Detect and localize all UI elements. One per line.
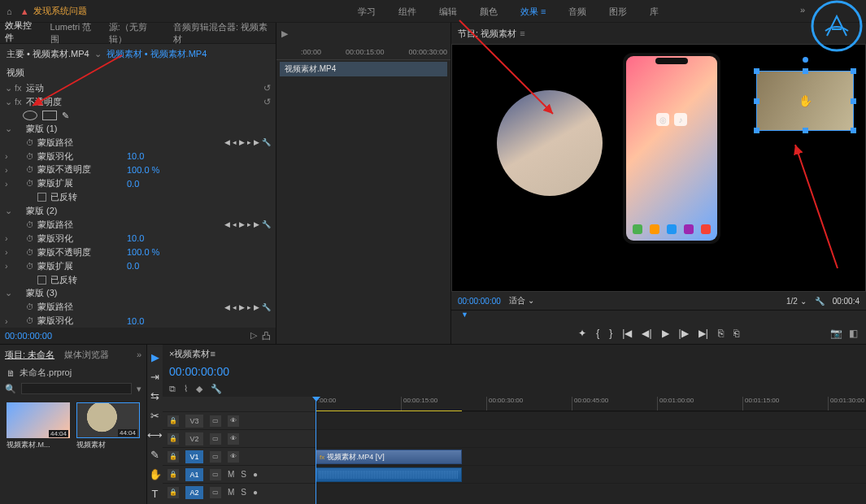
timeline-name[interactable]: 视频素材: [174, 348, 210, 360]
ws-assembly[interactable]: 组件: [398, 6, 416, 18]
kf[interactable]: ▸: [247, 220, 251, 228]
stopwatch-icon[interactable]: ⏱: [26, 302, 37, 311]
tab-media-browser[interactable]: 媒体浏览器: [64, 349, 109, 361]
twirl-motion[interactable]: ⌄: [5, 83, 15, 93]
ws-graphics[interactable]: 图形: [609, 6, 627, 18]
stopwatch-icon[interactable]: ⏱: [26, 262, 37, 271]
mid-play-icon[interactable]: ▶: [281, 28, 288, 39]
a1-clip[interactable]: [316, 467, 462, 482]
mask-rect-button[interactable]: [42, 111, 57, 120]
opacity-reset-icon[interactable]: ↺: [263, 97, 271, 107]
timeline-tc[interactable]: 00:00:00:00: [169, 365, 229, 378]
kf-next[interactable]: ▸: [247, 138, 251, 146]
mark-out-icon[interactable]: }: [609, 328, 612, 339]
mask3-feather-value[interactable]: 10.0: [127, 316, 144, 326]
kf[interactable]: ◀: [224, 220, 230, 228]
selection-tool[interactable]: ▶: [151, 351, 159, 363]
v1-eye[interactable]: 👁: [228, 451, 239, 463]
twirl[interactable]: ›: [5, 179, 15, 189]
v2-lane[interactable]: [316, 429, 866, 447]
twirl[interactable]: ›: [5, 165, 15, 175]
a1-lock[interactable]: 🔒: [168, 469, 179, 480]
step-back-icon[interactable]: ◀|: [642, 328, 651, 339]
twirl[interactable]: ›: [5, 233, 15, 243]
kf-prev2[interactable]: ◂: [233, 138, 237, 146]
extract-icon[interactable]: ⎗: [733, 328, 739, 339]
filter-dropdown-icon[interactable]: ▾: [137, 384, 141, 394]
kf-prev[interactable]: ◀: [224, 138, 230, 146]
stopwatch-icon[interactable]: ⏱: [26, 220, 37, 229]
mask-ellipse-button[interactable]: [23, 111, 37, 120]
v1-clip[interactable]: fx视频素材.MP4 [V]: [316, 450, 462, 464]
mask3-name[interactable]: 蒙版 (3): [26, 287, 115, 299]
kf[interactable]: ▶: [239, 220, 245, 228]
bin-item-1[interactable]: 44:04 视频素材.M...: [7, 402, 70, 450]
stopwatch-icon[interactable]: ⏱: [26, 165, 37, 174]
tab-source[interactable]: 源:（无剪辑）: [109, 21, 162, 46]
program-playhead[interactable]: ▼: [461, 311, 468, 319]
tab-audio-mixer[interactable]: 音频剪辑混合器: 视频素材: [173, 21, 271, 46]
stopwatch-icon[interactable]: ⏱: [26, 152, 37, 161]
settings-icon[interactable]: 🔧: [815, 297, 825, 306]
tab-project[interactable]: 项目: 未命名: [5, 349, 54, 361]
go-in-icon[interactable]: |◀: [622, 328, 632, 339]
link-icon[interactable]: ⌇: [184, 384, 188, 394]
twirl-opacity[interactable]: ⌄: [5, 97, 15, 107]
bin-item-2[interactable]: 44:04 视频素材: [76, 402, 140, 450]
timeline-playhead[interactable]: [316, 397, 316, 504]
system-warning[interactable]: ▲ 发现系统问题: [20, 5, 87, 17]
twirl[interactable]: ›: [5, 151, 15, 161]
mask1-expand-value[interactable]: 0.0: [127, 179, 139, 189]
tab-lumetri[interactable]: Lumetri 范围: [50, 21, 98, 46]
fx-footer-icon1[interactable]: ▷: [250, 330, 257, 342]
fx-footer-icon2[interactable]: 凸: [262, 330, 271, 342]
mask2-invert-checkbox[interactable]: [37, 276, 46, 285]
tab-effect-controls[interactable]: 效果控件: [5, 20, 39, 47]
v2-label[interactable]: V2: [185, 432, 203, 445]
snap-icon[interactable]: ⧉: [169, 384, 176, 394]
settings-icon[interactable]: 🔧: [211, 384, 222, 394]
a1-m[interactable]: M: [228, 470, 234, 479]
a2-lock[interactable]: 🔒: [168, 487, 179, 498]
mask2-name[interactable]: 蒙版 (2): [26, 205, 115, 217]
twirl-mask2[interactable]: ⌄: [5, 206, 15, 216]
stopwatch-icon[interactable]: ⏱: [26, 138, 37, 147]
a1-label[interactable]: A1: [185, 468, 203, 481]
a1-s[interactable]: S: [241, 470, 246, 479]
slip-tool[interactable]: ⟷: [147, 429, 163, 441]
v3-eye[interactable]: 👁: [228, 415, 239, 427]
v1-lane[interactable]: fx视频素材.MP4 [V]: [316, 447, 866, 465]
stopwatch-icon[interactable]: ⏱: [26, 179, 37, 188]
kf[interactable]: ◂: [233, 303, 237, 311]
kf[interactable]: ◀: [224, 303, 230, 311]
ws-learn[interactable]: 学习: [358, 6, 376, 18]
a2-label[interactable]: A2: [185, 486, 203, 499]
mid-clip[interactable]: 视频素材.MP4: [280, 62, 447, 76]
v2-eye[interactable]: 👁: [228, 433, 239, 445]
twirl-mask1[interactable]: ⌄: [5, 124, 15, 134]
track-select-tool[interactable]: ⇥: [150, 371, 159, 383]
program-ruler[interactable]: ▼: [451, 310, 866, 323]
twirl[interactable]: ›: [5, 261, 15, 271]
kf[interactable]: ▶: [254, 303, 259, 311]
v2-lock[interactable]: 🔒: [168, 433, 179, 445]
stopwatch-icon[interactable]: ⏱: [26, 248, 37, 257]
mask-pen-button[interactable]: ✎: [62, 111, 76, 120]
panel-overflow-icon[interactable]: »: [137, 350, 141, 359]
selection-box[interactable]: ✋: [756, 71, 854, 131]
ws-library[interactable]: 库: [650, 6, 659, 18]
overflow-icon[interactable]: »: [800, 5, 805, 15]
v3-lane[interactable]: [316, 411, 866, 429]
kf-wrench[interactable]: 🔧: [262, 138, 271, 146]
ws-effects[interactable]: 效果: [520, 6, 546, 18]
fx-badge-motion[interactable]: fx: [15, 83, 26, 93]
v2-toggle[interactable]: ▭: [210, 433, 221, 445]
motion-reset-icon[interactable]: ↺: [263, 83, 271, 93]
twirl-mask3[interactable]: ⌄: [5, 288, 15, 298]
pen-tool[interactable]: ✎: [150, 449, 159, 461]
mask1-invert-checkbox[interactable]: [37, 193, 46, 202]
export-frame-icon[interactable]: 📷: [830, 328, 842, 339]
bc-sequence-link[interactable]: 视频素材 • 视频素材.MP4: [107, 48, 207, 60]
kf[interactable]: ▶: [239, 303, 245, 311]
twirl[interactable]: ›: [5, 247, 15, 257]
